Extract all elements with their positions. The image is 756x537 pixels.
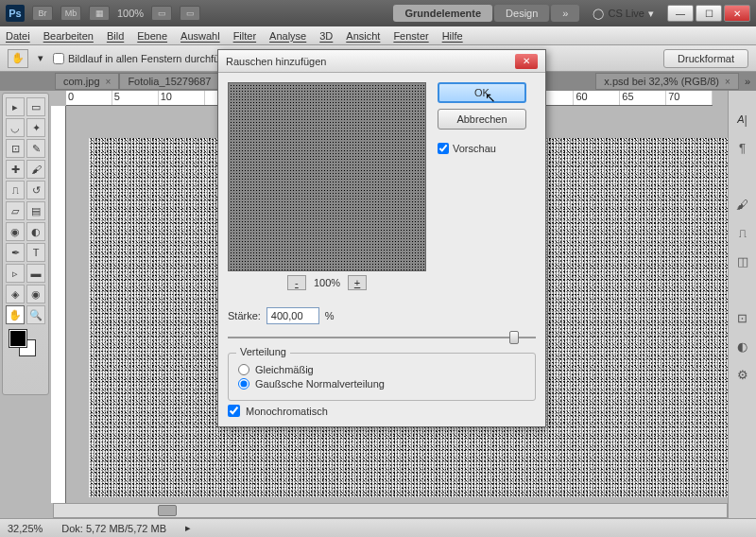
- brush-tool[interactable]: 🖌: [26, 160, 45, 179]
- path-tool[interactable]: ▹: [6, 264, 25, 283]
- workspace-tab-design[interactable]: Design: [494, 5, 549, 22]
- eraser-tool[interactable]: ▱: [6, 201, 25, 220]
- preview-zoom: 100%: [314, 277, 340, 288]
- workspace-more-icon[interactable]: »: [551, 5, 579, 22]
- chevron-right-icon[interactable]: ▸: [185, 522, 191, 534]
- hand-tool[interactable]: ✋: [6, 305, 25, 324]
- eyedropper-tool[interactable]: ✎: [26, 139, 45, 158]
- ok-button[interactable]: OK: [438, 82, 526, 103]
- cancel-button[interactable]: Abbrechen: [438, 109, 526, 130]
- close-icon[interactable]: ×: [106, 77, 112, 87]
- menu-hilfe[interactable]: Hilfe: [442, 30, 463, 42]
- workspace-switcher: Grundelemente Design »: [393, 5, 579, 22]
- strength-label: Stärke:: [228, 310, 261, 321]
- menu-bearbeiten[interactable]: Bearbeiten: [43, 30, 94, 42]
- statusbar: 32,25% Dok: 5,72 MB/5,72 MB ▸: [0, 518, 756, 537]
- right-panel: A| ¶ 🖌 ⎍ ◫ ⊡ ◐ ⚙: [728, 91, 756, 518]
- zoom-readout[interactable]: 32,25%: [8, 523, 43, 534]
- blur-tool[interactable]: ◉: [6, 222, 25, 241]
- zoom-tool[interactable]: 🔍: [26, 305, 45, 324]
- monochromatic-checkbox[interactable]: Monochromatisch: [228, 405, 536, 417]
- nav-panel-icon[interactable]: ⊡: [733, 308, 752, 327]
- percent-label: %: [325, 310, 335, 321]
- close-button[interactable]: ✕: [724, 5, 750, 22]
- horizontal-scrollbar[interactable]: [53, 503, 728, 518]
- preview-checkbox[interactable]: Vorschau: [438, 143, 526, 154]
- menubar: Datei Bearbeiten Bild Ebene Auswahl Filt…: [0, 26, 756, 45]
- menu-analyse[interactable]: Analyse: [269, 30, 306, 42]
- doc-tab-3[interactable]: x.psd bei 32,3% (RGB/8)×: [595, 73, 739, 90]
- zoom-in-button[interactable]: +: [348, 275, 367, 290]
- maximize-button[interactable]: ☐: [696, 5, 722, 22]
- history-brush-tool[interactable]: ↺: [26, 181, 45, 199]
- add-noise-dialog: Rauschen hinzufügen ✕ - 100% + OK Abbrec…: [217, 49, 546, 427]
- ruler-vertical: [51, 106, 66, 503]
- type-panel-icon[interactable]: A|: [733, 110, 752, 129]
- print-format-button[interactable]: Druckformat: [663, 49, 748, 68]
- type-tool[interactable]: T: [26, 243, 45, 262]
- cslive-button[interactable]: CS Live ▾: [593, 8, 654, 20]
- pen-tool[interactable]: ✒: [6, 243, 25, 262]
- menu-ebene[interactable]: Ebene: [137, 30, 167, 42]
- menu-fenster[interactable]: Fenster: [393, 30, 428, 42]
- scroll-all-checkbox[interactable]: Bildlauf in allen Fenstern durchführen: [53, 53, 240, 64]
- zoom-level[interactable]: 100%: [117, 8, 144, 19]
- menu-filter[interactable]: Filter: [233, 30, 256, 42]
- minimize-button[interactable]: —: [667, 5, 694, 22]
- lasso-tool[interactable]: ◡: [6, 118, 25, 137]
- doc-tab-1[interactable]: com.jpg×: [55, 73, 119, 90]
- menu-bild[interactable]: Bild: [107, 30, 124, 42]
- menu-auswahl[interactable]: Auswahl: [180, 30, 220, 42]
- clone-panel-icon[interactable]: ⎍: [733, 223, 752, 242]
- arrange-icon[interactable]: ▭: [151, 6, 172, 21]
- color-swatch[interactable]: [6, 330, 45, 356]
- swatches-panel-icon[interactable]: ◫: [733, 251, 752, 270]
- move-tool[interactable]: ▸: [6, 97, 25, 116]
- marquee-tool[interactable]: ▭: [26, 97, 45, 116]
- scroll-all-label: Bildlauf in allen Fenstern durchführen: [68, 53, 240, 64]
- strength-slider[interactable]: [228, 330, 536, 345]
- dialog-titlebar[interactable]: Rauschen hinzufügen ✕: [218, 50, 545, 73]
- gradient-tool[interactable]: ▤: [26, 201, 45, 220]
- hand-tool-icon[interactable]: ✋: [8, 49, 28, 68]
- distribution-group: Verteilung Gleichmäßig Gaußsche Normalve…: [228, 353, 536, 401]
- minibridge-icon[interactable]: Mb: [60, 6, 81, 21]
- zoom-out-button[interactable]: -: [287, 275, 306, 290]
- stamp-tool[interactable]: ⎍: [6, 181, 25, 199]
- noise-preview[interactable]: [228, 82, 426, 271]
- preview-label: Vorschau: [453, 143, 496, 154]
- uniform-radio[interactable]: Gleichmäßig: [238, 364, 525, 375]
- tab-overflow-icon[interactable]: »: [739, 76, 756, 87]
- info-panel-icon[interactable]: ◐: [733, 337, 752, 355]
- view-extras-icon[interactable]: ▦: [89, 6, 110, 21]
- heal-tool[interactable]: ✚: [6, 160, 25, 179]
- brush-panel-icon[interactable]: 🖌: [733, 195, 752, 214]
- doc-size-readout: Dok: 5,72 MB/5,72 MB: [61, 523, 166, 534]
- workspace-tab-grundelemente[interactable]: Grundelemente: [393, 5, 492, 22]
- distribution-legend: Verteilung: [236, 346, 290, 357]
- menu-3d[interactable]: 3D: [319, 30, 333, 42]
- dodge-tool[interactable]: ◐: [26, 222, 45, 241]
- wand-tool[interactable]: ✦: [26, 118, 45, 137]
- strength-input[interactable]: 400,00: [266, 307, 319, 324]
- screen-mode-icon[interactable]: ▭: [180, 6, 200, 21]
- paragraph-panel-icon[interactable]: ¶: [733, 138, 752, 157]
- gaussian-radio[interactable]: Gaußsche Normalverteilung: [238, 378, 525, 390]
- dialog-close-button[interactable]: ✕: [515, 54, 538, 69]
- dialog-title: Rauschen hinzufügen: [226, 56, 515, 67]
- titlebar: Ps Br Mb ▦ 100% ▭ ▭ Grundelemente Design…: [0, 0, 756, 26]
- close-icon[interactable]: ×: [725, 77, 730, 87]
- camera-tool[interactable]: ◉: [26, 285, 45, 303]
- tools-panel-icon[interactable]: ⚙: [733, 365, 752, 384]
- crop-tool[interactable]: ⊡: [6, 139, 25, 158]
- shape-tool[interactable]: ▬: [26, 264, 45, 283]
- dropdown-icon[interactable]: ▾: [38, 52, 43, 64]
- doc-tab-2[interactable]: Fotolia_15279687: [119, 73, 219, 90]
- menu-ansicht[interactable]: Ansicht: [346, 30, 380, 42]
- ps-logo: Ps: [6, 5, 25, 22]
- menu-datei[interactable]: Datei: [6, 30, 30, 42]
- bridge-icon[interactable]: Br: [32, 6, 53, 21]
- 3d-tool[interactable]: ◈: [6, 285, 25, 303]
- tool-palette: ▸▭ ◡✦ ⊡✎ ✚🖌 ⎍↺ ▱▤ ◉◐ ✒T ▹▬ ◈◉ ✋🔍: [2, 93, 49, 395]
